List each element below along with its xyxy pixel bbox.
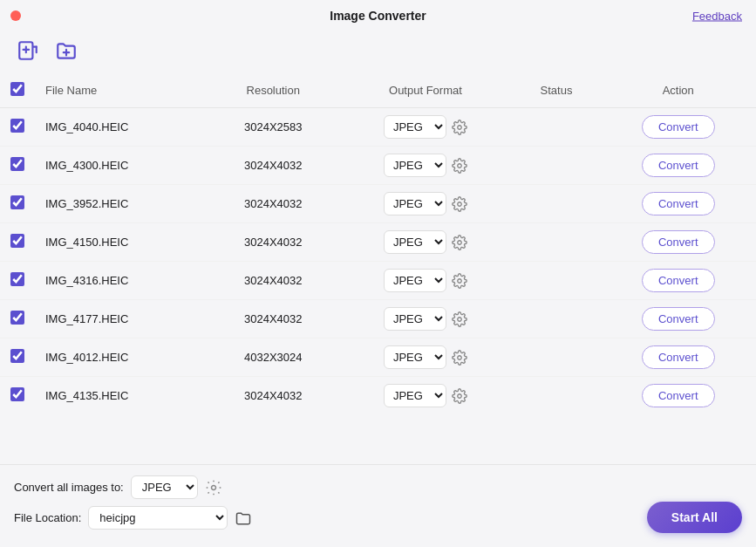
resolution-cell: 3024X4032 — [208, 147, 338, 185]
row-checkbox-6[interactable] — [10, 349, 24, 363]
svg-point-14 — [458, 393, 462, 398]
format-cell: JPEGPNGWEBPTIFFBMPGIF — [338, 223, 512, 262]
resolution-cell: 3024X4032 — [208, 300, 338, 338]
row-settings-icon-5[interactable] — [452, 311, 467, 327]
row-settings-icon-1[interactable] — [452, 158, 467, 174]
format-cell: JPEGPNGWEBPTIFFBMPGIF — [338, 377, 512, 415]
status-cell — [513, 108, 601, 147]
add-file-button[interactable] — [14, 37, 42, 65]
table-row: IMG_4135.HEIC3024X4032JPEGPNGWEBPTIFFBMP… — [0, 377, 756, 415]
row-checkbox-5[interactable] — [10, 311, 24, 325]
format-cell: JPEGPNGWEBPTIFFBMPGIF — [338, 108, 512, 147]
status-cell — [513, 185, 601, 223]
table-row: IMG_4316.HEIC3024X4032JPEGPNGWEBPTIFFBMP… — [0, 262, 756, 300]
file-name-cell: IMG_4300.HEIC — [35, 147, 208, 185]
convert-button-6[interactable]: Convert — [642, 345, 715, 369]
file-location-select[interactable]: heicjpgSame as sourceDesktopDownloads — [88, 506, 228, 530]
action-cell: Convert — [601, 377, 757, 415]
col-header-resolution: Resolution — [208, 73, 338, 108]
row-checkbox-2[interactable] — [10, 195, 24, 209]
file-name-cell: IMG_4177.HEIC — [35, 300, 208, 338]
status-cell — [513, 300, 601, 338]
table-row: IMG_4040.HEIC3024X2583JPEGPNGWEBPTIFFBMP… — [0, 108, 756, 147]
resolution-cell: 3024X4032 — [208, 223, 338, 262]
format-select-1[interactable]: JPEGPNGWEBPTIFFBMPGIF — [384, 154, 446, 177]
feedback-link[interactable]: Feedback — [692, 10, 742, 23]
convert-button-2[interactable]: Convert — [642, 192, 715, 215]
convert-all-format-select[interactable]: JPEGPNGWEBPTIFFBMP — [131, 475, 198, 499]
svg-point-13 — [458, 355, 462, 359]
footer-settings-icon[interactable] — [205, 479, 222, 496]
toolbar — [0, 31, 756, 73]
col-header-format: Output Format — [338, 73, 512, 108]
start-all-button[interactable]: Start All — [647, 502, 742, 533]
table-row: IMG_4012.HEIC4032X3024JPEGPNGWEBPTIFFBMP… — [0, 338, 756, 377]
convert-button-1[interactable]: Convert — [642, 154, 715, 177]
svg-point-12 — [458, 317, 462, 321]
svg-point-7 — [458, 125, 462, 129]
action-cell: Convert — [601, 262, 757, 300]
col-header-status: Status — [513, 73, 601, 108]
format-select-6[interactable]: JPEGPNGWEBPTIFFBMPGIF — [384, 345, 446, 369]
convert-button-0[interactable]: Convert — [642, 115, 715, 139]
convert-button-3[interactable]: Convert — [642, 230, 715, 254]
status-cell — [513, 377, 601, 415]
format-cell: JPEGPNGWEBPTIFFBMPGIF — [338, 338, 512, 377]
action-cell: Convert — [601, 300, 757, 338]
file-name-cell: IMG_4316.HEIC — [35, 262, 208, 300]
action-cell: Convert — [601, 185, 757, 223]
row-settings-icon-2[interactable] — [452, 196, 467, 212]
convert-button-4[interactable]: Convert — [642, 269, 715, 292]
close-button[interactable] — [10, 10, 21, 21]
status-cell — [513, 262, 601, 300]
action-cell: Convert — [601, 338, 757, 377]
format-select-4[interactable]: JPEGPNGWEBPTIFFBMPGIF — [384, 269, 446, 292]
status-cell — [513, 338, 601, 377]
convert-all-label: Convert all images to: — [14, 481, 124, 494]
row-settings-icon-7[interactable] — [452, 388, 467, 404]
row-settings-icon-4[interactable] — [452, 273, 467, 289]
convert-button-5[interactable]: Convert — [642, 307, 715, 331]
svg-point-8 — [458, 163, 462, 168]
col-header-action: Action — [601, 73, 757, 108]
add-folder-button[interactable] — [52, 37, 80, 65]
svg-point-11 — [458, 278, 462, 283]
format-select-2[interactable]: JPEGPNGWEBPTIFFBMPGIF — [384, 192, 446, 215]
row-checkbox-4[interactable] — [10, 272, 24, 286]
title-bar: Image Converter Feedback — [0, 0, 756, 31]
row-settings-icon-0[interactable] — [452, 120, 467, 135]
row-checkbox-7[interactable] — [10, 387, 24, 401]
table-row: IMG_3952.HEIC3024X4032JPEGPNGWEBPTIFFBMP… — [0, 185, 756, 223]
svg-point-15 — [211, 485, 215, 489]
file-name-cell: IMG_4012.HEIC — [35, 338, 208, 377]
row-settings-icon-6[interactable] — [452, 350, 467, 366]
row-checkbox-0[interactable] — [10, 119, 24, 133]
resolution-cell: 4032X3024 — [208, 338, 338, 377]
app-title: Image Converter — [330, 9, 426, 23]
convert-all-row: Convert all images to: JPEGPNGWEBPTIFFBM… — [14, 475, 742, 499]
browse-folder-icon[interactable] — [235, 509, 252, 527]
convert-button-7[interactable]: Convert — [642, 384, 715, 407]
file-location-label: File Location: — [14, 511, 81, 524]
action-cell: Convert — [601, 147, 757, 185]
format-select-3[interactable]: JPEGPNGWEBPTIFFBMPGIF — [384, 230, 446, 254]
status-cell — [513, 223, 601, 262]
file-name-cell: IMG_4150.HEIC — [35, 223, 208, 262]
format-cell: JPEGPNGWEBPTIFFBMPGIF — [338, 300, 512, 338]
svg-point-9 — [458, 202, 462, 206]
table-row: IMG_4150.HEIC3024X4032JPEGPNGWEBPTIFFBMP… — [0, 223, 756, 262]
resolution-cell: 3024X2583 — [208, 108, 338, 147]
resolution-cell: 3024X4032 — [208, 377, 338, 415]
row-settings-icon-3[interactable] — [452, 235, 467, 250]
select-all-checkbox[interactable] — [10, 82, 24, 96]
format-cell: JPEGPNGWEBPTIFFBMPGIF — [338, 147, 512, 185]
row-checkbox-3[interactable] — [10, 234, 24, 248]
table-row: IMG_4177.HEIC3024X4032JPEGPNGWEBPTIFFBMP… — [0, 300, 756, 338]
col-header-filename: File Name — [35, 73, 208, 108]
row-checkbox-1[interactable] — [10, 157, 24, 171]
format-select-0[interactable]: JPEGPNGWEBPTIFFBMPGIF — [384, 115, 446, 139]
resolution-cell: 3024X4032 — [208, 185, 338, 223]
file-table: File Name Resolution Output Format Statu… — [0, 73, 756, 414]
format-select-7[interactable]: JPEGPNGWEBPTIFFBMPGIF — [384, 384, 446, 407]
format-select-5[interactable]: JPEGPNGWEBPTIFFBMPGIF — [384, 307, 446, 331]
